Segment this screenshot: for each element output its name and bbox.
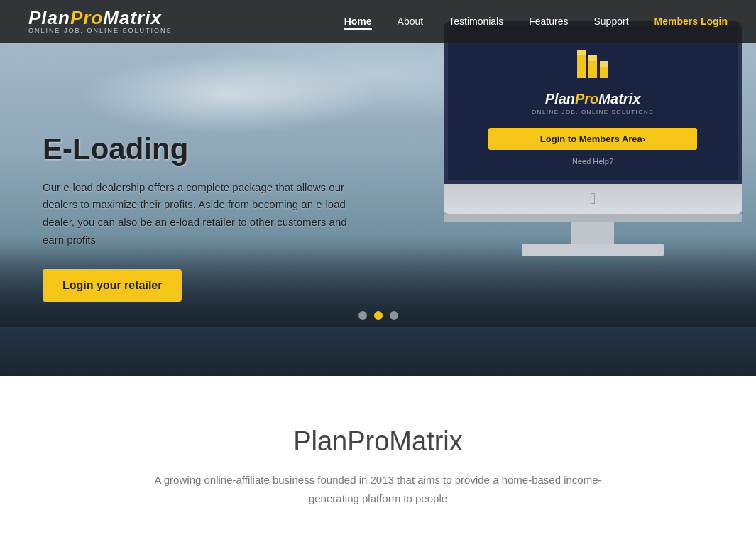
monitor-logo-text: PlanProMatrix bbox=[545, 91, 641, 107]
carousel-dot-2[interactable] bbox=[374, 311, 383, 320]
site-logo[interactable]: PlanProMatrix Online Job, Online Solutio… bbox=[28, 8, 172, 35]
hero-water bbox=[0, 327, 756, 376]
nav-item-testimonials[interactable]: Testimonials bbox=[449, 15, 503, 28]
monitor-stand-neck bbox=[571, 222, 614, 244]
carousel-dot-1[interactable] bbox=[358, 311, 367, 320]
nav-link-testimonials[interactable]: Testimonials bbox=[449, 16, 503, 27]
hero-cta-button[interactable]: Login your retailer bbox=[43, 269, 182, 302]
monitor-login-button[interactable]: Login to Members Area› bbox=[488, 128, 697, 150]
nav-link-home[interactable]: Home bbox=[344, 16, 372, 30]
nav-link-support[interactable]: Support bbox=[593, 16, 628, 27]
logo-subtitle: Online Job, Online Solutions bbox=[28, 28, 172, 35]
nav-item-home[interactable]: Home bbox=[344, 15, 372, 28]
nav-item-members[interactable]: Members Login bbox=[654, 15, 728, 28]
nav-link-members[interactable]: Members Login bbox=[654, 16, 728, 27]
nav-link-features[interactable]: Features bbox=[529, 16, 568, 27]
monitor-screen: PlanProMatrix Online Job, Online Solutio… bbox=[444, 21, 742, 184]
hero-title: E-Loading bbox=[43, 132, 355, 166]
monitor-logo-matrix: Matrix bbox=[598, 91, 640, 107]
logo-pro: Pro bbox=[70, 7, 103, 28]
monitor-bottom-bar:  bbox=[444, 184, 742, 214]
about-description: A growing online-affiliate business foun… bbox=[137, 471, 620, 507]
svg-rect-3 bbox=[577, 50, 586, 55]
nav-item-about[interactable]: About bbox=[398, 15, 424, 28]
monitor-logo-icon bbox=[571, 43, 614, 85]
nav-link-about[interactable]: About bbox=[398, 16, 424, 27]
hero-section: E-Loading Our e-load dealership offers a… bbox=[0, 0, 756, 376]
monitor-logo-pro: Pro bbox=[575, 91, 598, 107]
monitor-logo-plan: Plan bbox=[545, 91, 575, 107]
logo-matrix: Matrix bbox=[103, 7, 162, 28]
about-section: PlanProMatrix A growing online-affiliate… bbox=[0, 376, 756, 542]
svg-rect-4 bbox=[588, 55, 597, 61]
navbar: PlanProMatrix Online Job, Online Solutio… bbox=[0, 0, 756, 43]
svg-rect-5 bbox=[600, 61, 608, 67]
carousel-dot-3[interactable] bbox=[390, 311, 398, 320]
nav-links: Home About Testimonials Features Support… bbox=[344, 15, 728, 28]
about-title: PlanProMatrix bbox=[28, 426, 728, 457]
monitor-stand-top bbox=[444, 214, 742, 222]
monitor-logo-area: PlanProMatrix Online Job, Online Solutio… bbox=[532, 43, 654, 115]
monitor-stand-base bbox=[522, 244, 664, 256]
nav-item-features[interactable]: Features bbox=[529, 15, 568, 28]
hero-content: E-Loading Our e-load dealership offers a… bbox=[0, 75, 398, 302]
monitor-help-text: Need Help? bbox=[572, 157, 613, 166]
apple-logo-icon:  bbox=[590, 190, 596, 207]
hero-description: Our e-load dealership offers a complete … bbox=[43, 179, 355, 249]
carousel-dots bbox=[358, 311, 398, 320]
monitor-logo-subtitle: Online Job, Online Solutions bbox=[532, 109, 654, 115]
monitor-mockup: PlanProMatrix Online Job, Online Solutio… bbox=[444, 21, 742, 256]
logo-plan: Plan bbox=[28, 7, 70, 28]
nav-item-support[interactable]: Support bbox=[593, 15, 628, 28]
